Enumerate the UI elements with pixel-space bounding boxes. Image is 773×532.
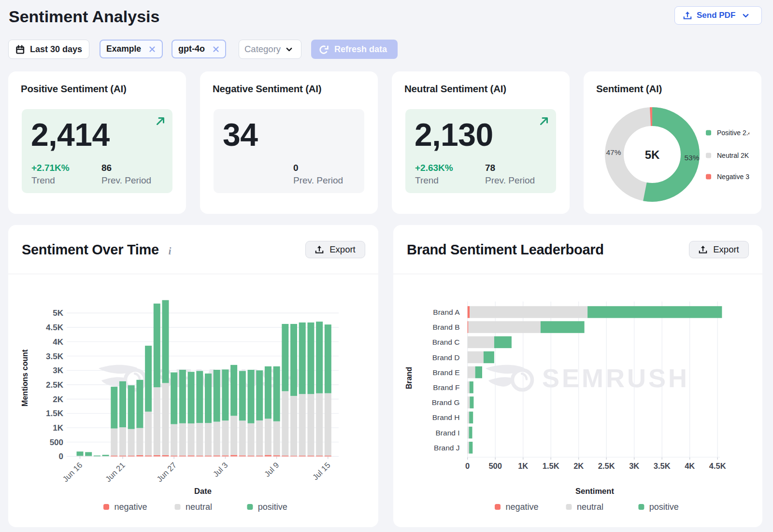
svg-text:positive: positive (258, 502, 287, 512)
svg-text:Jun 16: Jun 16 (61, 461, 84, 484)
svg-text:3K: 3K (53, 366, 63, 375)
svg-text:5K: 5K (53, 308, 63, 318)
svg-text:Brand F: Brand F (433, 383, 459, 392)
svg-text:Mentions count: Mentions count (21, 349, 29, 406)
svg-text:Negative 34: Negative 34 (717, 173, 753, 181)
svg-text:53%: 53% (684, 154, 699, 162)
svg-text:neutral: neutral (577, 502, 603, 512)
svg-text:Brand I: Brand I (436, 429, 460, 437)
svg-text:Positive 2.4K: Positive 2.4K (717, 129, 757, 137)
svg-text:Brand J: Brand J (434, 444, 459, 452)
svg-text:0: 0 (465, 462, 470, 470)
svg-text:Jul 15: Jul 15 (311, 461, 332, 482)
svg-text:positive: positive (649, 502, 679, 512)
svg-text:2.5K: 2.5K (46, 380, 64, 390)
svg-text:Brand: Brand (405, 367, 413, 389)
svg-text:Jun 21: Jun 21 (103, 461, 127, 484)
svg-text:47%: 47% (606, 148, 621, 156)
svg-text:0: 0 (59, 452, 63, 461)
svg-text:500: 500 (50, 438, 63, 447)
svg-text:3.5K: 3.5K (46, 352, 64, 361)
svg-text:negative: negative (114, 502, 147, 512)
svg-text:3K: 3K (629, 462, 639, 470)
svg-text:4.5K: 4.5K (709, 462, 726, 470)
svg-text:Brand E: Brand E (432, 368, 459, 377)
svg-text:2K: 2K (53, 395, 63, 404)
svg-text:500: 500 (488, 462, 502, 470)
svg-text:3.5K: 3.5K (654, 462, 671, 470)
svg-text:Jul 3: Jul 3 (211, 461, 229, 478)
svg-text:1.5K: 1.5K (543, 462, 559, 470)
svg-text:5K: 5K (645, 148, 660, 161)
svg-text:2K: 2K (573, 462, 584, 470)
svg-text:Brand A: Brand A (433, 308, 460, 316)
svg-text:Date: Date (194, 487, 212, 495)
svg-text:Brand C: Brand C (432, 338, 460, 346)
svg-text:Jun 27: Jun 27 (155, 461, 178, 484)
svg-text:1K: 1K (53, 423, 63, 433)
svg-text:SEMRUSH: SEMRUSH (542, 364, 689, 392)
svg-text:2.5K: 2.5K (598, 462, 615, 470)
svg-text:1.5K: 1.5K (46, 409, 64, 418)
svg-text:Brand H: Brand H (432, 413, 460, 421)
svg-text:Jul 9: Jul 9 (262, 461, 280, 478)
svg-text:Brand G: Brand G (432, 398, 460, 406)
svg-text:Neutral 2K: Neutral 2K (717, 152, 749, 159)
svg-text:Sentiment: Sentiment (575, 487, 614, 495)
svg-text:1K: 1K (518, 462, 528, 470)
svg-text:neutral: neutral (186, 502, 212, 512)
svg-text:Brand D: Brand D (432, 353, 460, 362)
svg-text:4.5K: 4.5K (46, 323, 64, 332)
svg-text:negative: negative (505, 502, 538, 512)
svg-text:Brand B: Brand B (432, 323, 459, 331)
svg-text:4K: 4K (685, 462, 695, 470)
svg-text:4K: 4K (53, 337, 63, 347)
